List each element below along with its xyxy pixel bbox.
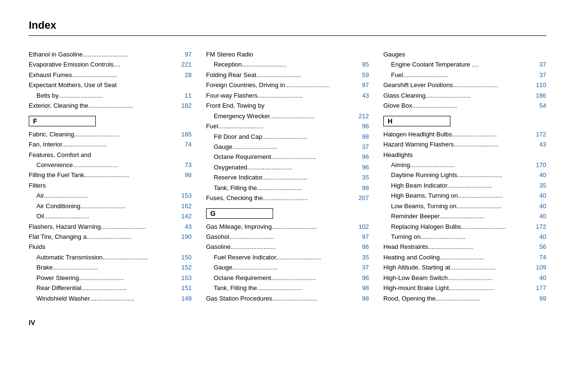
page-title: Index [29,19,546,32]
list-item: Octane Requirement......................… [206,273,369,283]
entry-page-number: 207 [355,193,369,203]
list-item: Convenience..........................73 [29,160,192,170]
entry-text: Halogen Headlight Bulbs.................… [383,129,532,139]
section-header-F: F [29,116,192,126]
list-item: Flashers, Hazard Warning................… [29,222,192,232]
entry-text: Hazard Warning Flashers.................… [383,139,532,149]
entry-text: Front End, Towing by [206,101,369,111]
entry-text: Four-way Flashers.......................… [206,90,355,101]
entry-page-number: 74 [177,139,192,149]
list-item: Belts by..........................11 [29,90,192,101]
entry-page-number: 40 [532,211,546,221]
entry-text: Expectant Mothers, Use of Seat [29,80,192,90]
entry-page-number: 182 [177,101,192,111]
entry-page-number: 149 [177,293,192,303]
entry-text: Evaporative Emission Controls.... [29,59,177,69]
list-item: Gauge..........................37 [206,262,369,272]
list-item: Daytime Running Lights..................… [383,170,546,180]
column-1: FM Stereo RadioReception................… [206,49,369,303]
entry-page-number: 74 [532,252,546,262]
list-item: Gasohol..........................97 [206,232,369,242]
list-item: Fluids [29,242,192,252]
entry-text: High-mount Brake Light..................… [383,283,532,293]
entry-text: Reception.......................... [206,59,355,69]
entry-page-number: 98 [355,293,369,303]
entry-text: High Beams, Turning on..................… [383,190,532,201]
entry-text: Flat Tire, Changing a...................… [29,232,177,242]
entry-page-number: 98 [355,132,369,142]
entry-page-number: 96 [355,162,369,172]
list-item: High-Low Beam Switch....................… [383,273,546,283]
entry-text: Brake.......................... [29,262,177,272]
list-item: Oil..........................142 [29,211,192,221]
entry-page-number: 73 [177,160,192,170]
list-item: Fill Door and Cap.......................… [206,132,369,142]
entry-page-number: 43 [532,139,546,149]
entry-page-number: 35 [355,172,369,182]
entry-text: Emergency Wrecker.......................… [206,111,355,121]
entry-page-number: 37 [355,262,369,272]
list-item: Fuel..........................37 [383,70,546,80]
entry-page-number: 186 [532,90,546,101]
entry-page-number: 185 [177,129,192,139]
list-item: Brake..........................152 [29,262,192,272]
entry-text: Gas Station Procedures..................… [206,293,355,303]
list-item: Low Beams, Turning on...................… [383,201,546,211]
entry-text: Gauges [383,49,546,59]
entry-text: Aiming.......................... [383,160,532,170]
entry-text: Air.......................... [29,190,177,201]
list-item: Octane Requirement......................… [206,152,369,162]
entry-text: Fuel.......................... [383,70,532,80]
list-item: Fan, Interior..........................7… [29,139,192,149]
entry-text: Exhaust Fumes.......................... [29,70,177,80]
entry-page-number: 11 [177,90,192,101]
entry-page-number: 40 [532,170,546,180]
entry-text: Automatic Transmission..................… [29,252,177,262]
entry-page-number: 172 [532,222,546,232]
entry-text: Gauge.......................... [206,262,355,272]
entry-page-number: 142 [177,211,192,221]
entry-text: Rood, Opening the.......................… [383,293,532,303]
list-item: Automatic Transmission..................… [29,252,192,262]
entry-text: Gauge.......................... [206,142,355,152]
list-item: Reserve Indicator.......................… [206,172,369,182]
list-item: Windshield Washer.......................… [29,293,192,303]
list-item: Folding Rear Seat.......................… [206,70,369,80]
entry-text: Power Steering.......................... [29,273,177,283]
list-item: Tank, Filling the.......................… [206,283,369,293]
entry-page-number: 35 [355,252,369,262]
list-item: Fuel Reserve Indicator..................… [206,252,369,262]
index-columns: Ethanol in Gasoline.....................… [29,49,546,303]
list-item: Hazard Warning Flashers.................… [383,139,546,149]
entry-page-number: 35 [532,180,546,190]
entry-text: Headlights [383,150,546,160]
entry-page-number: 37 [355,142,369,152]
entry-page-number: 96 [355,121,369,131]
list-item: Foreign Countries, Driving in...........… [206,80,369,90]
entry-text: Reminder Beeper.........................… [383,211,532,221]
list-item: Flat Tire, Changing a...................… [29,232,192,242]
entry-text: Belts by.......................... [29,90,177,101]
list-item: Halogen Headlight Bulbs.................… [383,129,546,139]
entry-text: Gas Mileage, Improving..................… [206,222,355,232]
entry-text: Oxygenated.......................... [206,162,355,172]
list-item: High Beam Indicator.....................… [383,180,546,190]
entry-page-number: 109 [532,262,546,272]
list-item: High Beams, Turning on..................… [383,190,546,201]
list-item: Filters [29,180,192,190]
list-item: Gearshift Lever Positions...............… [383,80,546,90]
entry-page-number: 177 [532,283,546,293]
entry-text: Replacing Halogen Bulbs.................… [383,222,532,232]
entry-text: Reserve Indicator.......................… [206,172,355,182]
entry-text: High Altitude, Starting at..............… [383,262,532,272]
entry-page-number: 85 [355,59,369,69]
entry-text: Turning on.......................... [383,232,532,242]
entry-page-number: 98 [355,183,369,193]
list-item: High Altitude, Starting at..............… [383,262,546,272]
entry-text: Glass Cleaning.......................... [383,90,532,101]
entry-page-number: 40 [532,273,546,283]
entry-text: Fluids [29,242,192,252]
entry-page-number: 98 [177,170,192,180]
list-item: Gauge..........................37 [206,142,369,152]
entry-page-number: 97 [355,232,369,242]
